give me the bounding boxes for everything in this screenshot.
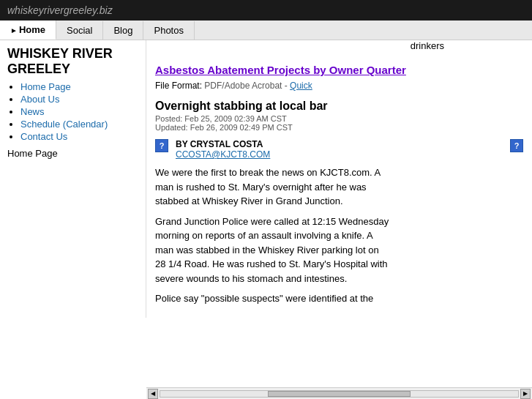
posted-label: Posted: Feb 25, 2009 02:39 AM CST [155,114,523,123]
nav-tab-photos[interactable]: Photos [143,21,194,40]
post-date: Posted: Feb 25, 2009 02:39 AM CST Update… [155,114,523,132]
list-item: Contact Us [20,131,138,142]
question-icon-left: ? [155,139,168,152]
sidebar-item-contactus[interactable]: Contact Us [20,131,67,142]
article-paragraph-1: We were the first to break the news on K… [155,165,389,209]
nav-tab-home[interactable]: ►Home [0,20,56,40]
article-title: Asbestos Abatement Projects by Owner Qua… [155,64,523,76]
sidebar-item-schedule[interactable]: Schedule (Calendar) [20,119,108,130]
sidebar-item-aboutus[interactable]: About Us [20,94,59,105]
list-item: News [20,106,138,117]
file-format-link[interactable]: Quick [290,81,312,91]
news-heading: Overnight stabbing at local bar [155,100,523,113]
top-bar: whiskeyrivergreeley.biz [0,0,532,20]
site-url: whiskeyrivergreeley.biz [7,4,113,16]
byline-text: BY CRYSTAL COSTA CCOSTA@KJCT8.COM [176,139,270,160]
question-icon-right: ? [510,139,523,152]
sidebar: WHISKEY RIVER GREELEY Home Page About Us… [0,40,146,318]
list-item: About Us [20,94,138,105]
site-title: WHISKEY RIVER GREELEY [7,46,138,77]
byline-row: ? BY CRYSTAL COSTA CCOSTA@KJCT8.COM ? [155,139,523,160]
file-format-label: File Format: [155,81,202,91]
content-area: drinkers Asbestos Abatement Projects by … [146,40,532,318]
home-arrow-icon: ► [10,26,18,34]
author-email[interactable]: CCOSTA@KJCT8.COM [176,149,270,160]
nav-tab-social[interactable]: Social [56,21,103,40]
list-item: Home Page [20,81,138,92]
author-name: BY CRYSTAL COSTA [176,139,270,149]
sidebar-menu: Home Page About Us News Schedule (Calend… [7,81,138,142]
sidebar-item-news[interactable]: News [20,106,45,117]
current-page-label: Home Page [7,148,138,159]
article-body: We were the first to break the news on K… [155,165,389,306]
file-format-value: PDF/Adobe Acrobat - [204,81,287,91]
article-link[interactable]: Asbestos Abatement Projects by Owner Qua… [155,64,406,76]
main-layout: WHISKEY RIVER GREELEY Home Page About Us… [0,40,532,318]
nav-tab-blog[interactable]: Blog [103,21,143,40]
list-item: Schedule (Calendar) [20,119,138,130]
sidebar-item-homepage[interactable]: Home Page [20,81,71,92]
updated-label: Updated: Feb 26, 2009 02:49 PM CST [155,123,523,132]
file-format: File Format: PDF/Adobe Acrobat - Quick [155,81,523,91]
nav-bar: ►Home Social Blog Photos [0,20,532,40]
article-paragraph-2: Grand Junction Police were called at 12:… [155,215,389,286]
drinkers-text: drinkers [411,40,444,51]
article-paragraph-3: Police say "possible suspects" were iden… [155,291,389,306]
